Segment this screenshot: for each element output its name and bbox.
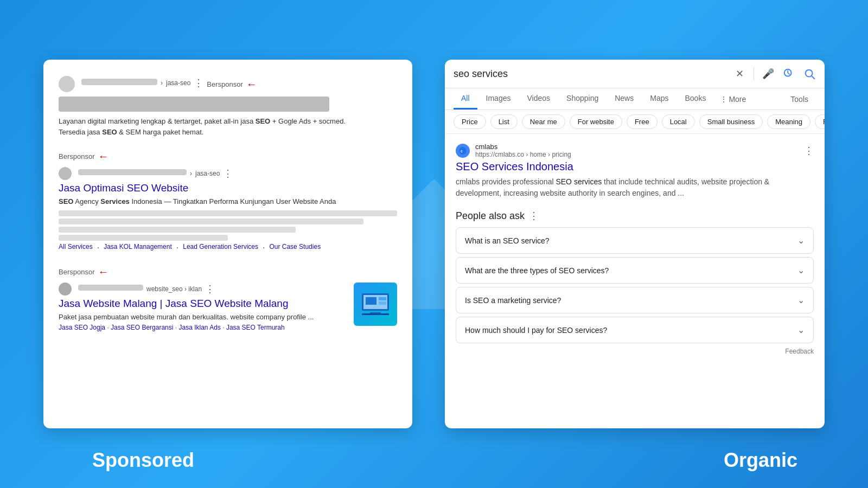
url-jasa-seo: jasa-seo — [166, 79, 190, 87]
ad-block-2: Bersponsor ← › jasa-seo ⋮ Jasa Optimasi … — [59, 150, 397, 253]
url-separator: › — [161, 79, 163, 87]
search-query-text: seo services — [454, 68, 727, 80]
dot-sep-1: · — [97, 243, 99, 253]
pill-for-website[interactable]: For website — [570, 114, 622, 129]
ad-sub-link-2[interactable]: Jasa SEO Bergaransi — [111, 324, 173, 331]
tab-books[interactable]: Books — [677, 88, 713, 110]
blurred-extra-3 — [59, 227, 296, 233]
bersponsor-row-3: Bersponsor ← — [59, 266, 397, 278]
svg-point-11 — [459, 147, 466, 154]
tab-maps[interactable]: Maps — [642, 88, 676, 110]
ad-sub-link-3[interactable]: Jasa Iklan Ads — [178, 324, 220, 331]
ad-url-row-2: › jasa-seo ⋮ — [59, 167, 397, 180]
ad-block-3: Bersponsor ← — [59, 266, 397, 336]
lens-icon[interactable] — [782, 67, 795, 80]
filter-pills: Price List Near me For website Free Loca… — [445, 110, 825, 134]
tab-more[interactable]: ⋮ More — [714, 89, 751, 109]
site-name: cmlabs — [475, 143, 799, 151]
faq-chevron-2: ⌄ — [797, 265, 805, 275]
three-dots-2[interactable]: ⋮ — [223, 168, 233, 179]
bersponsor-label-2: Bersponsor — [59, 152, 94, 160]
ad-logo-2 — [59, 167, 72, 180]
ad-title-link-3[interactable]: Jasa Website Malang | Jasa SEO Website M… — [59, 298, 397, 310]
ad-sub-link-4[interactable]: Jasa SEO Termurah — [226, 324, 285, 331]
ad-logo-3 — [59, 282, 72, 296]
tab-videos[interactable]: Videos — [519, 88, 558, 110]
pill-fiver[interactable]: Fiver... — [815, 114, 825, 129]
clear-icon[interactable]: ✕ — [733, 67, 746, 80]
blurred-title-1 — [59, 97, 329, 112]
faq-item-4[interactable]: How much should I pay for SEO services? … — [456, 317, 814, 343]
svg-rect-7 — [362, 313, 389, 315]
bersponsor-label-3: Bersponsor — [59, 268, 94, 276]
svg-line-10 — [812, 76, 814, 79]
blurred-url-bar-2 — [78, 169, 187, 175]
search-icon[interactable] — [803, 67, 816, 80]
ad-description-2: SEO Agency Services Indonesia — Tingkatk… — [59, 196, 397, 207]
pill-free[interactable]: Free — [627, 114, 658, 129]
three-dots-1[interactable]: ⋮ — [194, 77, 203, 89]
pill-price[interactable]: Price — [454, 114, 486, 129]
dot-sep-3: · — [263, 243, 265, 253]
bersponsor-label-1: Bersponsor — [207, 80, 242, 88]
url-separator-2: › — [190, 170, 192, 177]
ad-url-row-3: website_seo › iklan ⋮ — [59, 282, 347, 296]
faq-question-3: Is SEO a marketing service? — [465, 296, 561, 305]
ad-block-1: › jasa-seo ⋮ Bersponsor ← Layanan digita… — [59, 76, 397, 137]
blurred-extra-2 — [59, 219, 363, 224]
people-also-ask-title: People also ask — [456, 210, 525, 222]
result-title[interactable]: SEO Services Indonesia — [456, 160, 814, 173]
ad-link-kol[interactable]: Jasa KOL Management — [104, 243, 172, 253]
pill-near-me[interactable]: Near me — [522, 114, 565, 129]
pill-small-business[interactable]: Small business — [699, 114, 763, 129]
bersponsor-row-1: › jasa-seo ⋮ Bersponsor ← — [59, 76, 397, 92]
ad-extra-links: All Services · Jasa KOL Management · Lea… — [59, 243, 397, 253]
organic-content: c cmlabs https://cmlabs.co › home › pric… — [445, 134, 825, 364]
tab-images[interactable]: Images — [478, 88, 519, 110]
ad-logo-1 — [59, 76, 75, 92]
tab-more-label: More — [729, 95, 746, 104]
faq-chevron-1: ⌄ — [797, 235, 805, 246]
pill-local[interactable]: Local — [662, 114, 695, 129]
faq-item-3[interactable]: Is SEO a marketing service? ⌄ — [456, 287, 814, 313]
ad-thumbnail — [354, 282, 397, 326]
dot-sep-2: · — [176, 243, 178, 253]
ad-description-3: Paket jasa pembuatan website murah dan b… — [59, 312, 397, 333]
url-jasa-seo-2: jasa-seo — [195, 170, 220, 177]
three-dots-3[interactable]: ⋮ — [205, 283, 215, 295]
ad-link-all-services[interactable]: All Services — [59, 243, 93, 253]
blurred-url-bar-3 — [78, 285, 143, 291]
label-sponsored: Sponsored — [92, 449, 194, 472]
ad-link-case[interactable]: Our Case Studies — [269, 243, 321, 253]
divider — [754, 67, 754, 80]
pill-list[interactable]: List — [490, 114, 518, 129]
faq-question-2: What are the three types of SEO services… — [465, 266, 609, 275]
pill-meaning[interactable]: Meaning — [767, 114, 810, 129]
tab-news[interactable]: News — [607, 88, 641, 110]
tab-tools[interactable]: Tools — [783, 89, 816, 109]
ad-title-link-2[interactable]: Jasa Optimasi SEO Website — [59, 182, 397, 194]
tab-shopping[interactable]: Shopping — [559, 88, 606, 110]
svg-rect-4 — [379, 297, 386, 300]
faq-chevron-3: ⌄ — [797, 295, 805, 305]
paa-three-dots[interactable]: ⋮ — [529, 210, 539, 222]
faq-question-1: What is an SEO service? — [465, 236, 550, 245]
site-info: cmlabs https://cmlabs.co › home › pricin… — [475, 143, 799, 158]
faq-item-1[interactable]: What is an SEO service? ⌄ — [456, 227, 814, 254]
svg-rect-3 — [366, 297, 376, 305]
ad-link-lead[interactable]: Lead Generation Services — [183, 243, 258, 253]
svg-rect-5 — [379, 301, 386, 305]
tab-all[interactable]: All — [454, 88, 477, 110]
result-three-dots[interactable]: ⋮ — [804, 145, 814, 157]
faq-chevron-4: ⌄ — [797, 325, 805, 335]
blurred-extra-1 — [59, 210, 397, 216]
faq-item-2[interactable]: What are the three types of SEO services… — [456, 257, 814, 284]
feedback-text: Feedback — [785, 348, 814, 355]
search-icons: ✕ 🎤 — [733, 67, 816, 80]
feedback-link[interactable]: Feedback — [456, 348, 814, 355]
more-dots-icon: ⋮ — [720, 95, 727, 104]
ad-sub-link-1[interactable]: Jasa SEO Jogja — [59, 324, 105, 331]
result-description: cmlabs provides professional SEO service… — [456, 176, 814, 199]
voice-search-icon[interactable]: 🎤 — [762, 67, 775, 80]
bersponsor-row-2: Bersponsor ← — [59, 150, 397, 163]
